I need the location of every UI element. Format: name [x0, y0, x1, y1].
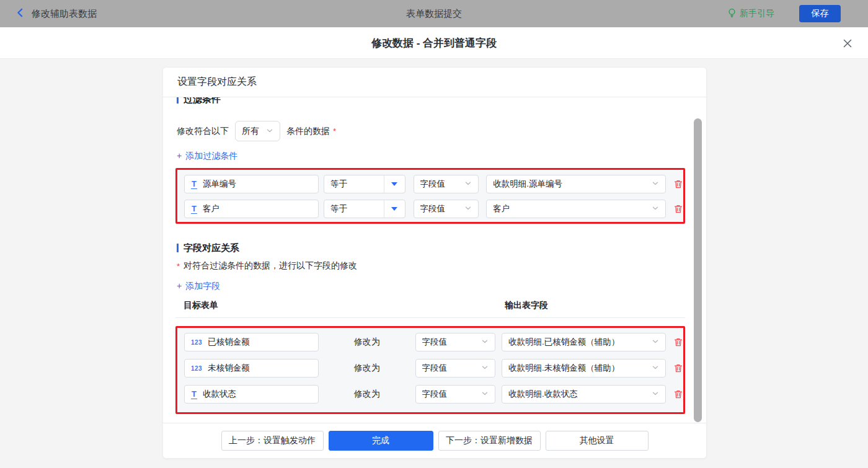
trash-icon	[673, 204, 683, 214]
filter-field-box[interactable]: T 源单编号	[184, 175, 319, 193]
mapping-section-title: 字段对应关系	[177, 242, 706, 254]
mapping-description: * 对符合过滤条件的数据，进行以下字段的修改	[177, 260, 706, 272]
table-header-divider	[175, 317, 685, 318]
number-field-icon: 123	[191, 339, 202, 346]
filter-field-box[interactable]: T 客户	[184, 200, 319, 218]
delete-row-button[interactable]	[673, 363, 683, 373]
save-button[interactable]: 保存	[799, 5, 841, 22]
done-button[interactable]: 完成	[329, 431, 433, 451]
delete-row-button[interactable]	[673, 389, 683, 399]
mapping-column-headers: 目标表单 输出表字段	[184, 300, 706, 311]
filter-row: T 客户 等于 字段值 客户	[184, 200, 683, 218]
plus-icon: +	[177, 280, 182, 291]
topbar: 表单数据提交 修改辅助表数据 新手引导 保存	[0, 0, 868, 27]
prev-step-button[interactable]: 上一步：设置触发动作	[221, 431, 324, 451]
guide-link[interactable]: 新手引导	[727, 8, 774, 20]
text-field-icon: T	[191, 205, 197, 214]
back-chevron-icon	[15, 7, 25, 20]
required-mark: *	[333, 126, 336, 136]
close-button[interactable]	[842, 38, 853, 49]
match-suffix-label: 条件的数据	[286, 126, 330, 137]
panel-scroll-area: 过滤条件 修改符合以下 所有 条件的数据 * + 添加过滤条件	[163, 97, 706, 423]
output-field-select[interactable]: 收款明细.已核销金额（辅助）	[502, 333, 666, 351]
filter-row: T 源单编号 等于 字段值 收款明细.源单编号	[184, 175, 683, 193]
filter-rows-annotation-box: T 源单编号 等于 字段值 收款明细.源单编号	[175, 168, 685, 224]
value-field-select[interactable]: 客户	[486, 200, 666, 218]
value-type-select[interactable]: 字段值	[414, 175, 479, 193]
dropdown-triangle-icon[interactable]	[384, 200, 405, 218]
lightbulb-icon	[727, 8, 737, 20]
close-icon	[843, 38, 852, 48]
column-header-output: 输出表字段	[505, 300, 548, 311]
section-accent-bar	[177, 244, 179, 252]
modify-to-label: 修改为	[319, 363, 415, 374]
add-filter-condition-link[interactable]: + 添加过滤条件	[177, 150, 706, 161]
required-mark: *	[177, 262, 180, 271]
value-type-select[interactable]: 字段值	[414, 200, 479, 218]
text-field-icon: T	[191, 180, 197, 189]
chevron-down-icon	[481, 364, 489, 373]
dropdown-triangle-icon[interactable]	[384, 175, 405, 193]
filter-section-title: 过滤条件	[177, 97, 706, 105]
trash-icon	[673, 337, 683, 347]
mapping-row: T 收款状态 修改为 字段值 收款明细.收款状态	[184, 385, 683, 404]
filter-match-row: 修改符合以下 所有 条件的数据 *	[177, 121, 706, 141]
target-field-box[interactable]: 123 未核销金额	[184, 359, 319, 377]
panel-header: 设置字段对应关系	[163, 68, 706, 97]
vertical-scrollbar[interactable]	[694, 118, 702, 422]
chevron-down-icon	[652, 338, 659, 347]
modify-to-label: 修改为	[319, 337, 415, 348]
match-mode-select[interactable]: 所有	[235, 121, 280, 141]
dialog-header: 修改数据 - 合并到普通字段	[0, 27, 868, 59]
chevron-down-icon	[652, 205, 659, 214]
chevron-down-icon	[481, 390, 489, 399]
dialog-title: 修改数据 - 合并到普通字段	[371, 36, 497, 50]
column-header-target: 目标表单	[184, 300, 505, 311]
value-type-select[interactable]: 字段值	[415, 359, 496, 377]
trash-icon	[673, 389, 683, 399]
mapping-row: 123 未核销金额 修改为 字段值 收款明细.未核销金额（辅助）	[184, 359, 683, 377]
chevron-down-icon	[652, 390, 659, 399]
modify-to-label: 修改为	[319, 389, 415, 400]
chevron-down-icon	[464, 205, 472, 214]
chevron-down-icon	[481, 338, 489, 347]
chevron-down-icon	[652, 180, 659, 189]
number-field-icon: 123	[191, 365, 202, 372]
section-accent-bar	[177, 97, 179, 104]
value-type-select[interactable]: 字段值	[415, 333, 496, 351]
text-field-icon: T	[191, 390, 197, 399]
target-field-box[interactable]: 123 已核销金额	[184, 333, 319, 351]
next-step-button[interactable]: 下一步：设置新增数据	[438, 431, 541, 451]
value-type-select[interactable]: 字段值	[415, 385, 496, 404]
plus-icon: +	[177, 150, 182, 161]
back-button[interactable]	[15, 7, 25, 20]
panel-footer: 上一步：设置触发动作 完成 下一步：设置新增数据 其他设置	[163, 423, 706, 458]
dialog-body: 设置字段对应关系 过滤条件 修改符合以下 所有 条件的数据 *	[0, 59, 868, 468]
trash-icon	[673, 179, 683, 189]
chevron-down-icon	[652, 364, 659, 373]
chevron-down-icon	[266, 126, 273, 136]
target-field-box[interactable]: T 收款状态	[184, 385, 319, 404]
mapping-rows-annotation-box: 123 已核销金额 修改为 字段值 收款明细.已核销金额（辅助）	[175, 326, 685, 414]
topbar-back-label[interactable]: 修改辅助表数据	[32, 8, 97, 20]
other-settings-button[interactable]: 其他设置	[546, 431, 649, 451]
delete-row-button[interactable]	[673, 204, 683, 214]
operator-select[interactable]: 等于	[324, 200, 405, 218]
guide-label: 新手引导	[740, 8, 774, 19]
add-field-link[interactable]: + 添加字段	[177, 280, 706, 291]
mapping-row: 123 已核销金额 修改为 字段值 收款明细.已核销金额（辅助）	[184, 333, 683, 351]
delete-row-button[interactable]	[673, 179, 683, 189]
delete-row-button[interactable]	[673, 337, 683, 347]
field-mapping-panel: 设置字段对应关系 过滤条件 修改符合以下 所有 条件的数据 *	[162, 67, 707, 459]
value-field-select[interactable]: 收款明细.源单编号	[486, 175, 666, 193]
operator-select[interactable]: 等于	[324, 175, 405, 193]
chevron-down-icon	[464, 180, 472, 189]
output-field-select[interactable]: 收款明细.未核销金额（辅助）	[502, 359, 666, 377]
output-field-select[interactable]: 收款明细.收款状态	[502, 385, 666, 404]
match-prefix-label: 修改符合以下	[177, 126, 229, 137]
trash-icon	[673, 363, 683, 373]
